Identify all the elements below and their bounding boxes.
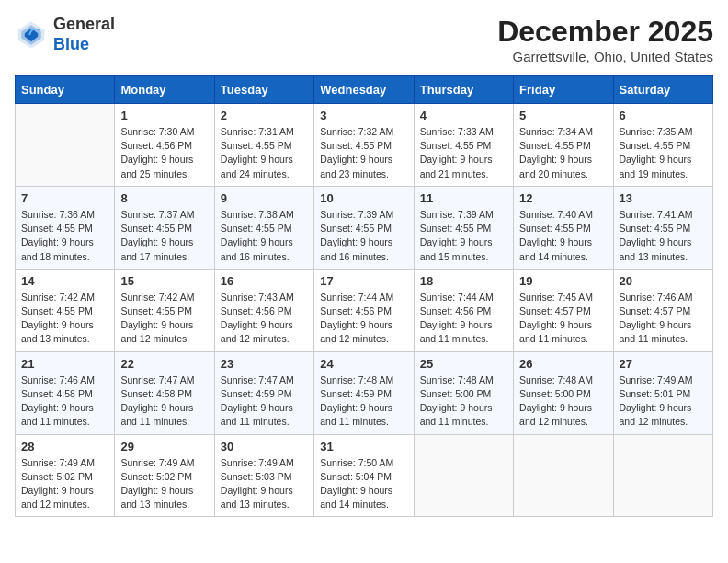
weekday-header: Wednesday [314,76,414,104]
calendar-cell: 8Sunrise: 7:37 AMSunset: 4:55 PMDaylight… [115,186,214,269]
calendar-cell: 20Sunrise: 7:46 AMSunset: 4:57 PMDayligh… [613,269,712,351]
day-info: Sunrise: 7:50 AMSunset: 5:04 PMDaylight:… [320,456,407,512]
day-info: Sunrise: 7:48 AMSunset: 5:00 PMDaylight:… [519,373,607,430]
calendar-cell: 15Sunrise: 7:42 AMSunset: 4:55 PMDayligh… [115,269,214,351]
day-number: 28 [21,440,108,454]
weekday-header: Sunday [16,76,115,104]
day-info: Sunrise: 7:41 AMSunset: 4:55 PMDaylight:… [620,208,707,264]
calendar-header-row: SundayMondayTuesdayWednesdayThursdayFrid… [16,76,713,104]
day-number: 12 [519,191,607,205]
day-info: Sunrise: 7:33 AMSunset: 4:55 PMDaylight:… [420,125,507,181]
day-number: 16 [221,274,308,288]
day-number: 30 [221,440,308,454]
day-info: Sunrise: 7:49 AMSunset: 5:02 PMDaylight:… [21,456,108,512]
logo-general: General [53,15,115,33]
calendar-cell: 12Sunrise: 7:40 AMSunset: 4:55 PMDayligh… [514,186,613,269]
day-number: 14 [21,274,108,288]
calendar-cell: 6Sunrise: 7:35 AMSunset: 4:55 PMDaylight… [613,104,712,187]
calendar-cell: 4Sunrise: 7:33 AMSunset: 4:55 PMDaylight… [414,104,513,187]
day-info: Sunrise: 7:32 AMSunset: 4:55 PMDaylight:… [320,125,407,181]
day-number: 20 [620,274,707,288]
day-info: Sunrise: 7:34 AMSunset: 4:55 PMDaylight:… [519,125,607,181]
day-number: 24 [320,357,407,371]
day-info: Sunrise: 7:42 AMSunset: 4:55 PMDaylight:… [120,291,208,347]
calendar-week-row: 14Sunrise: 7:42 AMSunset: 4:55 PMDayligh… [16,269,713,351]
calendar-cell: 21Sunrise: 7:46 AMSunset: 4:58 PMDayligh… [16,351,115,434]
day-number: 17 [320,274,407,288]
weekday-header: Thursday [414,76,513,104]
calendar-cell: 11Sunrise: 7:39 AMSunset: 4:55 PMDayligh… [414,186,513,269]
calendar-week-row: 28Sunrise: 7:49 AMSunset: 5:02 PMDayligh… [16,434,713,517]
calendar-week-row: 21Sunrise: 7:46 AMSunset: 4:58 PMDayligh… [16,351,713,434]
day-info: Sunrise: 7:49 AMSunset: 5:01 PMDaylight:… [620,373,707,430]
weekday-header: Monday [115,76,214,104]
calendar-cell: 16Sunrise: 7:43 AMSunset: 4:56 PMDayligh… [214,269,313,351]
day-info: Sunrise: 7:42 AMSunset: 4:55 PMDaylight:… [21,291,108,347]
day-info: Sunrise: 7:46 AMSunset: 4:57 PMDaylight:… [620,291,707,347]
calendar-table: SundayMondayTuesdayWednesdayThursdayFrid… [15,75,713,517]
day-info: Sunrise: 7:44 AMSunset: 4:56 PMDaylight:… [320,291,407,347]
calendar-week-row: 7Sunrise: 7:36 AMSunset: 4:55 PMDaylight… [16,186,713,269]
weekday-header: Saturday [613,76,712,104]
day-info: Sunrise: 7:31 AMSunset: 4:55 PMDaylight:… [221,125,308,181]
day-number: 19 [519,274,607,288]
calendar-cell: 29Sunrise: 7:49 AMSunset: 5:02 PMDayligh… [115,434,214,517]
day-info: Sunrise: 7:37 AMSunset: 4:55 PMDaylight:… [120,208,208,264]
day-info: Sunrise: 7:47 AMSunset: 4:58 PMDaylight:… [120,373,208,430]
day-number: 2 [221,109,308,122]
day-number: 13 [620,191,707,205]
calendar-cell: 7Sunrise: 7:36 AMSunset: 4:55 PMDaylight… [16,186,115,269]
day-info: Sunrise: 7:38 AMSunset: 4:55 PMDaylight:… [221,208,308,264]
day-number: 8 [120,191,208,205]
day-info: Sunrise: 7:39 AMSunset: 4:55 PMDaylight:… [420,208,507,264]
day-number: 1 [120,109,208,122]
calendar-cell: 9Sunrise: 7:38 AMSunset: 4:55 PMDaylight… [214,186,313,269]
calendar-cell [613,434,712,517]
calendar-cell: 19Sunrise: 7:45 AMSunset: 4:57 PMDayligh… [514,269,613,351]
calendar-cell: 13Sunrise: 7:41 AMSunset: 4:55 PMDayligh… [613,186,712,269]
day-number: 4 [420,109,507,122]
calendar-cell: 23Sunrise: 7:47 AMSunset: 4:59 PMDayligh… [214,351,313,434]
calendar-cell: 28Sunrise: 7:49 AMSunset: 5:02 PMDayligh… [16,434,115,517]
calendar-cell: 25Sunrise: 7:48 AMSunset: 5:00 PMDayligh… [414,351,513,434]
day-info: Sunrise: 7:48 AMSunset: 4:59 PMDaylight:… [320,373,407,430]
day-number: 31 [320,440,407,454]
day-number: 10 [320,191,407,205]
calendar-cell: 22Sunrise: 7:47 AMSunset: 4:58 PMDayligh… [115,351,214,434]
title-block: December 2025 Garrettsville, Ohio, Unite… [497,15,713,64]
calendar-cell [514,434,613,517]
calendar-cell: 26Sunrise: 7:48 AMSunset: 5:00 PMDayligh… [514,351,613,434]
day-info: Sunrise: 7:49 AMSunset: 5:03 PMDaylight:… [221,456,308,512]
calendar-cell: 30Sunrise: 7:49 AMSunset: 5:03 PMDayligh… [214,434,313,517]
calendar-cell [16,104,115,187]
logo-text: General Blue [53,15,115,54]
calendar-cell: 27Sunrise: 7:49 AMSunset: 5:01 PMDayligh… [613,351,712,434]
day-info: Sunrise: 7:35 AMSunset: 4:55 PMDaylight:… [620,125,707,181]
logo: General Blue [15,15,115,54]
location-subtitle: Garrettsville, Ohio, United States [497,49,713,64]
day-info: Sunrise: 7:36 AMSunset: 4:55 PMDaylight:… [21,208,108,264]
day-number: 18 [420,274,507,288]
day-number: 22 [120,357,208,371]
logo-icon [15,18,48,52]
day-number: 11 [420,191,507,205]
calendar-cell: 18Sunrise: 7:44 AMSunset: 4:56 PMDayligh… [414,269,513,351]
day-info: Sunrise: 7:39 AMSunset: 4:55 PMDaylight:… [320,208,407,264]
calendar-cell: 24Sunrise: 7:48 AMSunset: 4:59 PMDayligh… [314,351,414,434]
calendar-cell: 5Sunrise: 7:34 AMSunset: 4:55 PMDaylight… [514,104,613,187]
day-number: 26 [519,357,607,371]
calendar-cell: 2Sunrise: 7:31 AMSunset: 4:55 PMDaylight… [214,104,313,187]
day-info: Sunrise: 7:40 AMSunset: 4:55 PMDaylight:… [519,208,607,264]
day-number: 3 [320,109,407,122]
month-year-title: December 2025 [497,15,713,49]
calendar-cell: 14Sunrise: 7:42 AMSunset: 4:55 PMDayligh… [16,269,115,351]
calendar-cell [414,434,513,517]
day-number: 15 [120,274,208,288]
day-info: Sunrise: 7:47 AMSunset: 4:59 PMDaylight:… [221,373,308,430]
calendar-cell: 3Sunrise: 7:32 AMSunset: 4:55 PMDaylight… [314,104,414,187]
day-number: 5 [519,109,607,122]
weekday-header: Friday [514,76,613,104]
day-number: 25 [420,357,507,371]
day-number: 6 [620,109,707,122]
day-info: Sunrise: 7:43 AMSunset: 4:56 PMDaylight:… [221,291,308,347]
